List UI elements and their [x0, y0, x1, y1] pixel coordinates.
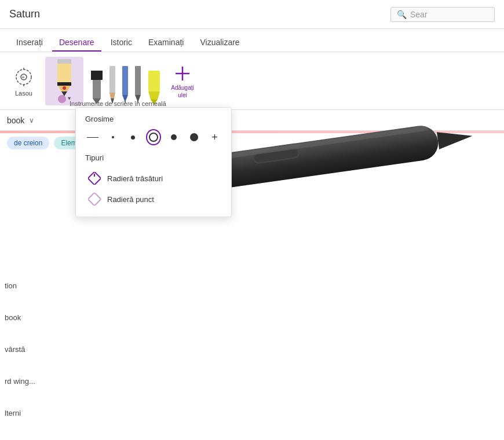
thickness-dot-xl[interactable]	[187, 129, 202, 145]
notebook-title[interactable]: book	[7, 116, 24, 125]
svg-rect-11	[91, 71, 103, 80]
eraser-dropdown: Grosime + Tipuri	[75, 107, 232, 217]
pen-blue[interactable]	[122, 65, 129, 104]
ribbon-content: + Lasou	[0, 52, 504, 110]
tab-inserati[interactable]: Inserați	[9, 34, 50, 52]
svg-point-10	[63, 86, 66, 90]
notebook-chevron[interactable]: ∨	[29, 116, 34, 124]
eraser-point-icon	[87, 192, 101, 206]
eraser-point-label: Radieră punct	[107, 195, 154, 204]
svg-marker-21	[135, 95, 141, 101]
pen-dark[interactable]	[134, 65, 141, 104]
sidebar-label-book: book	[5, 313, 35, 322]
app-title: Saturn	[9, 8, 40, 20]
tab-examinati[interactable]: Examinați	[141, 34, 191, 52]
thickness-dot-sm[interactable]	[105, 129, 120, 145]
thickness-sm-icon	[112, 136, 114, 138]
svg-rect-20	[135, 66, 141, 95]
eraser-stroke-label: Radieră trăsături	[107, 174, 163, 183]
sidebar-label-varsta: vârstă	[5, 345, 35, 354]
ribbon-tabs: Inserați Desenare Istoric Examinați Vizu…	[0, 29, 504, 52]
svg-rect-23	[148, 71, 160, 91]
thickness-circle-icon	[149, 133, 158, 142]
ribbon-section-label: Instrumente de scriere în cerneală	[70, 100, 166, 107]
tab-vizualizare[interactable]: Vizualizare	[193, 34, 246, 52]
svg-rect-12	[93, 80, 101, 98]
header-bar: Saturn 🔍 Sear	[0, 0, 504, 29]
add-ink-icon	[172, 63, 193, 84]
pen-gray[interactable]	[109, 65, 116, 104]
lasso-label: Lasou	[15, 90, 32, 97]
thickness-plus[interactable]: +	[207, 129, 222, 145]
eraser-point-option[interactable]: Radieră punct	[85, 189, 222, 210]
svg-rect-8	[57, 59, 71, 64]
thickness-dot-lg[interactable]	[167, 129, 181, 145]
svg-marker-18	[122, 95, 128, 101]
thickness-lg-icon	[171, 134, 177, 140]
eraser-stroke-option[interactable]: Radieră trăsături	[85, 168, 222, 189]
search-box[interactable]: 🔍 Sear	[390, 7, 495, 22]
thickness-xl-icon	[190, 133, 198, 141]
svg-rect-35	[88, 193, 101, 206]
svg-marker-15	[109, 93, 115, 98]
eraser-tool-selected[interactable]: ▾	[45, 57, 83, 105]
thickness-plus-icon: +	[211, 132, 218, 142]
search-icon: 🔍	[397, 10, 407, 19]
svg-rect-14	[109, 66, 115, 93]
thickness-circle-selected[interactable]	[146, 129, 161, 145]
thickness-line[interactable]	[85, 129, 100, 145]
thickness-md-icon	[131, 135, 135, 140]
svg-rect-17	[122, 66, 128, 95]
sidebar-label-tion: tion	[5, 281, 35, 290]
search-placeholder: Sear	[410, 10, 428, 19]
thickness-title: Grosime	[85, 115, 222, 123]
thickness-line-icon	[87, 137, 98, 138]
svg-text:+: +	[21, 74, 25, 80]
highlighter-yellow[interactable]	[147, 69, 161, 104]
svg-rect-9	[57, 82, 71, 86]
types-title: Tipuri	[85, 153, 222, 162]
sidebar-label-wing: rd wing...	[5, 377, 35, 386]
app-window: Saturn 🔍 Sear Inserați Desenare Istoric …	[0, 0, 504, 440]
add-ink-tool[interactable]: Adăugați ulei	[168, 63, 197, 99]
sidebar-label-lterni: lterni	[5, 409, 35, 417]
svg-marker-24	[148, 91, 160, 100]
pen-tools-row	[90, 58, 161, 104]
lasso-icon: +	[12, 65, 35, 89]
tab-istoric[interactable]: Istoric	[104, 34, 139, 52]
thickness-dot-md[interactable]	[126, 129, 140, 145]
eraser-stroke-icon	[87, 171, 101, 185]
thickness-row: +	[85, 129, 222, 145]
add-ink-label: Adăugați ulei	[171, 84, 193, 99]
pen-black[interactable]	[90, 69, 103, 104]
eraser-icon-container	[50, 59, 79, 94]
tab-desenare[interactable]: Desenare	[52, 34, 101, 52]
pen-color-swatch	[58, 95, 66, 103]
tag-creion[interactable]: de creion	[7, 137, 49, 149]
lasso-tool[interactable]: + Lasou	[9, 65, 38, 97]
svg-marker-7	[61, 91, 67, 96]
